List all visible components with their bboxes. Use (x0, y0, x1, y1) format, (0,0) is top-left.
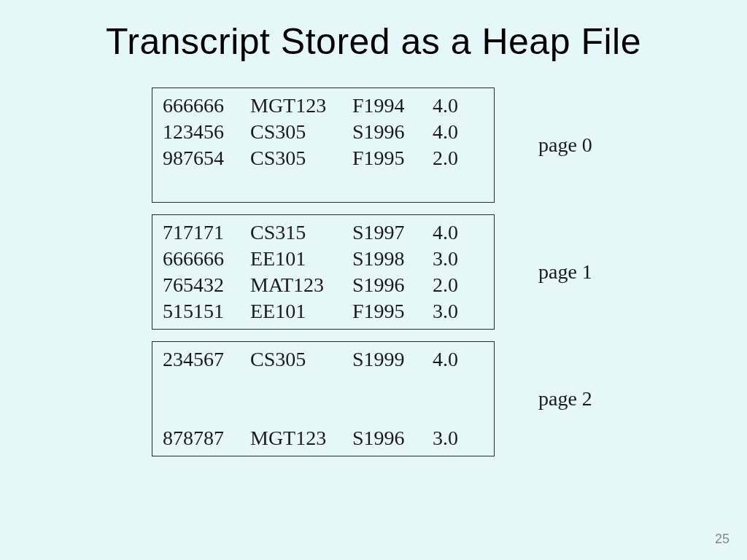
cell-id: 234567 (163, 346, 250, 373)
cell-course: MGT123 (250, 93, 352, 119)
cell-id: 987654 (163, 145, 250, 171)
page-row-1: 717171 CS315 S1997 4.0 666666 EE101 S199… (152, 214, 677, 330)
empty-slot (163, 171, 487, 198)
cell-term: S1998 (352, 246, 433, 272)
page-label-0: page 0 (538, 133, 592, 157)
cell-term: S1997 (352, 219, 433, 246)
table-row: 234567 CS305 S1999 4.0 (163, 346, 487, 373)
empty-slot (163, 399, 487, 425)
cell-grade: 2.0 (433, 145, 476, 171)
cell-grade: 4.0 (433, 346, 476, 373)
page-box-0: 666666 MGT123 F1994 4.0 123456 CS305 S19… (152, 88, 495, 203)
cell-id: 666666 (163, 246, 250, 272)
table-row: 666666 MGT123 F1994 4.0 (163, 93, 487, 119)
cell-term: S1996 (352, 119, 433, 145)
table-row: 123456 CS305 S1996 4.0 (163, 119, 487, 145)
cell-course: CS305 (250, 346, 352, 373)
page-row-0: 666666 MGT123 F1994 4.0 123456 CS305 S19… (152, 88, 677, 203)
table-row: 878787 MGT123 S1996 3.0 (163, 425, 487, 451)
table-row: 717171 CS315 S1997 4.0 (163, 219, 487, 246)
cell-grade: 4.0 (433, 219, 476, 246)
slide: Transcript Stored as a Heap File 666666 … (0, 0, 747, 560)
cell-term: S1996 (352, 272, 433, 298)
cell-course: MGT123 (250, 425, 352, 451)
cell-grade: 4.0 (433, 119, 476, 145)
cell-id: 878787 (163, 425, 250, 451)
cell-grade: 3.0 (433, 298, 476, 324)
cell-course: CS305 (250, 145, 352, 171)
cell-id: 666666 (163, 93, 250, 119)
page-label-2: page 2 (538, 387, 592, 411)
cell-grade: 3.0 (433, 425, 476, 451)
slide-number: 25 (715, 532, 729, 547)
cell-course: MAT123 (250, 272, 352, 298)
cell-id: 717171 (163, 219, 250, 246)
cell-grade: 3.0 (433, 246, 476, 272)
cell-id: 765432 (163, 272, 250, 298)
table-row: 515151 EE101 F1995 3.0 (163, 298, 487, 324)
table-row: 666666 EE101 S1998 3.0 (163, 246, 487, 272)
cell-course: CS305 (250, 119, 352, 145)
cell-term: S1996 (352, 425, 433, 451)
pages-area: 666666 MGT123 F1994 4.0 123456 CS305 S19… (152, 88, 677, 468)
slide-title: Transcript Stored as a Heap File (0, 20, 747, 63)
page-box-2: 234567 CS305 S1999 4.0 878787 MGT123 S19… (152, 341, 495, 456)
table-row: 987654 CS305 F1995 2.0 (163, 145, 487, 171)
cell-course: EE101 (250, 246, 352, 272)
cell-term: F1994 (352, 93, 433, 119)
page-row-2: 234567 CS305 S1999 4.0 878787 MGT123 S19… (152, 341, 677, 456)
cell-course: EE101 (250, 298, 352, 324)
page-box-1: 717171 CS315 S1997 4.0 666666 EE101 S199… (152, 214, 495, 330)
cell-course: CS315 (250, 219, 352, 246)
table-row: 765432 MAT123 S1996 2.0 (163, 272, 487, 298)
cell-grade: 4.0 (433, 93, 476, 119)
empty-slot (163, 373, 487, 399)
cell-term: S1999 (352, 346, 433, 373)
cell-term: F1995 (352, 145, 433, 171)
cell-id: 123456 (163, 119, 250, 145)
page-label-1: page 1 (538, 260, 592, 284)
cell-grade: 2.0 (433, 272, 476, 298)
cell-term: F1995 (352, 298, 433, 324)
cell-id: 515151 (163, 298, 250, 324)
